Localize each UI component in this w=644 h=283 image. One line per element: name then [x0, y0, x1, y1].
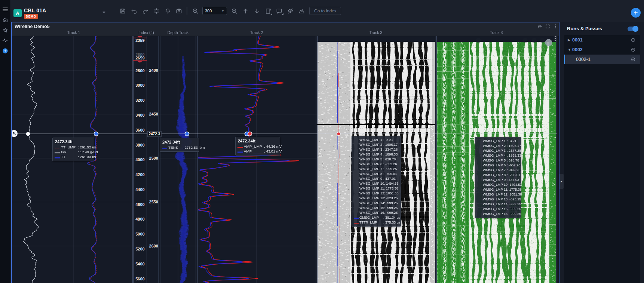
tooltip-row: TENS: 2752.53 lbm [162, 145, 197, 150]
arrow-up-button[interactable] [240, 5, 251, 16]
tooltip-curve-name: WMSG_LMP 7 [359, 167, 383, 171]
tree-item-0002-1[interactable]: 0002-1 [564, 55, 640, 64]
tooltip-curve-value: : -705.01 [507, 173, 520, 177]
tooltip-curve-name: WMSG_LMP 11 [359, 187, 384, 190]
sidebar-home-icon[interactable] [0, 15, 10, 24]
tooltip-curve-value: : 2752.53 lbm [183, 145, 205, 150]
tooltip-row: WMSG_LMP 10: 1494.53 [477, 182, 519, 187]
tree-item-label[interactable]: 0002 [572, 47, 583, 52]
tooltip-depth-track: 2472.34ftTENS: 2752.53 lbm [160, 138, 199, 152]
tooltip-row: TTTR_LMP: 375.33 us [354, 220, 399, 225]
tooltip-track1: 2472.34ftTT_UMP: 261.52 usGR: 17.49 gAPI… [52, 138, 94, 161]
arrow-down-button[interactable] [251, 5, 262, 16]
link-icon[interactable] [631, 57, 636, 64]
tooltip-curve-name: WMSG_LMP 14 [483, 202, 507, 206]
crosshair-marker [27, 132, 30, 136]
tooltip-row: WMSG_LMP 8: -705.01 [354, 171, 399, 176]
crosshair-depth-label: 2472.3 [147, 131, 162, 137]
app-logo[interactable]: A [13, 9, 22, 17]
zoom-in-button[interactable] [190, 5, 201, 16]
undo-button[interactable] [128, 5, 139, 16]
tooltip-curve-value: : 43.01 mV [264, 149, 282, 153]
tooltip-curve-value: : -999.25 [384, 206, 398, 210]
tooltip-row: WMSG_LMP 13: -323.25 [477, 197, 519, 202]
tooltip-curve-value: : 2347.28 [383, 148, 398, 151]
track-header-depth-track: Depth Track [168, 30, 189, 35]
tooltip-row: WMSG_LMP 11: 1775.38 [354, 186, 399, 191]
tooltip-curve-value: : 1898.33 [507, 154, 521, 157]
link-icon[interactable] [631, 37, 636, 44]
sidebar-star-icon[interactable] [0, 26, 10, 35]
tooltip-curve-name: WMSG_LMP 13 [483, 197, 507, 201]
runs-passes-toggle[interactable] [628, 26, 639, 31]
sidebar-plus-circle-icon[interactable] [0, 46, 10, 55]
tooltip-row: WMSG_LMP 5: 628.78 [477, 158, 519, 163]
bell-button[interactable] [162, 5, 173, 16]
log-plot-panel: Wireline Demo5 Track 1Index (ft)Depth Tr… [11, 22, 559, 283]
tooltip-curve-value: : 1775.38 [507, 188, 522, 191]
tree-item-0002[interactable]: ▼0002 [564, 45, 640, 55]
tooltip-curve-name: WMSG_LMP 3 [359, 148, 383, 151]
crosshair-cursor-icon [12, 130, 18, 137]
tooltip-curve-value: : -705.01 [383, 172, 397, 176]
panel-collapse-handle[interactable]: ▸ [559, 174, 564, 189]
tree-item-label[interactable]: 0001 [572, 37, 583, 43]
tooltip-curve-value: : -3.21 [383, 138, 393, 142]
terrain-button[interactable] [296, 5, 307, 16]
tooltip-curve-value: : 1494.53 [507, 183, 522, 187]
link-icon[interactable] [631, 47, 636, 54]
report-button[interactable] [262, 5, 273, 16]
tooltip-row: WMSG_LMP 6: -652.26 [477, 163, 519, 167]
go-to-index-button[interactable]: Go to Index [309, 7, 341, 15]
redo-button[interactable] [139, 5, 151, 16]
tree-caret-icon[interactable]: ▶ [568, 38, 572, 42]
tooltip-row: WMSG_LMP 15: -999.25 [477, 206, 519, 211]
tooltip-curve-value: : 437.03 [383, 177, 396, 181]
tooltip-curve-value: : -999.25 [507, 212, 521, 216]
camera-button[interactable] [173, 5, 184, 16]
tooltip-curve-value: : 381.34 us [383, 216, 400, 219]
splitter-dots-icon [555, 38, 556, 39]
tooltip-curve-value: : 628.78 [507, 159, 519, 162]
tree-item-label[interactable]: 0002-1 [576, 57, 591, 62]
tree-item-0001[interactable]: ▶0001 [564, 35, 640, 45]
tree-caret-icon[interactable]: ▼ [568, 48, 572, 52]
tooltip-curve-name: WMSG_LMP 1 [359, 138, 383, 142]
tooltip-curve-value: : -999.25 [507, 202, 521, 206]
comment-button[interactable] [273, 5, 285, 16]
tooltip-curve-name: WMSG_LMP 4 [359, 153, 383, 156]
tooltip-curve-value: : -999.25 [507, 207, 521, 211]
tooltip-curve-value: : -999.25 [507, 168, 520, 172]
tooltip-curve-name: WMSG_LMP 15 [483, 207, 507, 211]
demo-badge: DEMO [24, 14, 38, 19]
tooltip-curve-name: WMSG_LMP 5 [359, 157, 383, 161]
tooltip-row: WMSG_LMP 11: 1775.38 [477, 187, 519, 192]
well-selector-caret[interactable] [101, 10, 107, 15]
runs-passes-tree: ▶0001▼00020002-1 [564, 35, 640, 283]
tooltip-curve-name: WMSG_LMP 9 [483, 178, 507, 182]
add-button[interactable] [631, 8, 641, 18]
tooltip-curve-value: : 1898.33 [383, 153, 398, 156]
tooltip-row: GMSG_LMP: 381.34 us [354, 215, 399, 220]
runs-passes-title: Runs & Passes [567, 26, 602, 31]
track-header-track-1: Track 1 [67, 30, 80, 35]
zoom-level-select[interactable]: 300▼ [202, 7, 227, 15]
tooltip-vdl-green: WMSG_LMP 1: -3.21WMSG_LMP 2: 1606.17WMSG… [475, 137, 521, 218]
layers-off-button[interactable] [285, 5, 296, 16]
tooltip-row: WMSG_LMP 16: -999.25 [477, 211, 519, 216]
tooltip-curve-value: : -652.26 [507, 163, 520, 167]
top-bar: A CBL 01A DEMO 300▼Go to Index [10, 0, 644, 22]
tooltip-row: WMSG_LMP 12: 1051.38 [477, 192, 519, 197]
sidebar-activity-icon[interactable] [0, 36, 10, 45]
tooltip-curve-name: WMSG_LMP 7 [483, 168, 507, 172]
tooltip-curve-name: WMSG_LMP 14 [359, 201, 384, 205]
tooltip-row: WMSG_LMP 14: -999.25 [354, 200, 399, 205]
tooltip-row: GR: 17.49 gAPI [55, 150, 92, 154]
auto-fit-button[interactable] [151, 5, 162, 16]
sidebar-menu-icon[interactable] [0, 5, 10, 14]
zoom-out-button[interactable] [229, 5, 240, 16]
tooltip-curve-name: AMP [244, 149, 264, 153]
tooltip-curve-name: TT_UMP [61, 145, 78, 149]
tooltip-row: WMSG_LMP 2: 1606.17 [477, 143, 519, 148]
save-button[interactable] [117, 5, 128, 16]
